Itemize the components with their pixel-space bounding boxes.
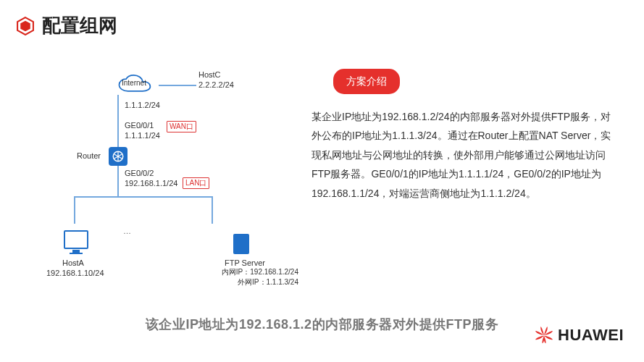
hostc-ip: 2.2.2.2/24 xyxy=(198,80,234,89)
huawei-petal-icon xyxy=(533,326,555,345)
ge2-label: GE0/0/2 xyxy=(125,169,154,177)
wan-tag: WAN口 xyxy=(167,121,196,132)
link-line xyxy=(74,196,75,224)
ftp-server-icon xyxy=(233,234,249,254)
lan-tag: LAN口 xyxy=(183,177,209,189)
link-line xyxy=(117,95,119,150)
hosta-name: HostA xyxy=(62,258,84,267)
router-label: Router xyxy=(77,151,101,160)
uplink-ip: 1.1.1.2/24 xyxy=(125,101,160,109)
description-text: 某企业IP地址为192.168.1.2/24的内部服务器对外提供FTP服务，对外… xyxy=(311,107,616,203)
ftp-out: 外网IP：1.1.1.3/24 xyxy=(238,277,298,287)
content-row: Internet HostC 2.2.2.2/24 1.1.1.2/24 GE0… xyxy=(51,69,616,272)
hexagon-icon xyxy=(16,17,35,35)
ellipsis: … xyxy=(123,227,133,235)
link-line xyxy=(212,196,213,224)
title-text: 配置组网 xyxy=(42,13,117,38)
hosta-icon xyxy=(64,230,88,254)
slide: 配置组网 Internet HostC 2.2.2.2/24 xyxy=(0,0,644,362)
huawei-logo: HUAWEI xyxy=(533,326,624,345)
ge2-ip: 192.168.1.1/24 xyxy=(125,179,177,188)
ge1-ip: 1.1.1.1/24 xyxy=(125,131,160,140)
internet-label: Internet xyxy=(122,79,146,87)
network-diagram: Internet HostC 2.2.2.2/24 1.1.1.2/24 GE0… xyxy=(51,69,268,272)
logo-text: HUAWEI xyxy=(558,326,624,345)
link-line xyxy=(159,85,196,86)
ftp-in: 内网IP：192.168.1.2/24 xyxy=(222,267,298,277)
hosta-ip: 192.168.1.10/24 xyxy=(46,269,104,277)
hostc-name: HostC xyxy=(198,70,221,79)
link-line xyxy=(74,196,213,198)
page-title: 配置组网 xyxy=(16,13,117,38)
section-pill: 方案介绍 xyxy=(333,69,400,94)
ge1-label: GE0/0/1 xyxy=(125,121,154,130)
router-icon xyxy=(109,147,127,166)
link-line xyxy=(117,164,119,196)
ftp-name: FTP Server xyxy=(225,258,265,267)
svg-marker-1 xyxy=(20,20,30,31)
description-panel: 方案介绍 某企业IP地址为192.168.1.2/24的内部服务器对外提供FTP… xyxy=(311,69,616,272)
